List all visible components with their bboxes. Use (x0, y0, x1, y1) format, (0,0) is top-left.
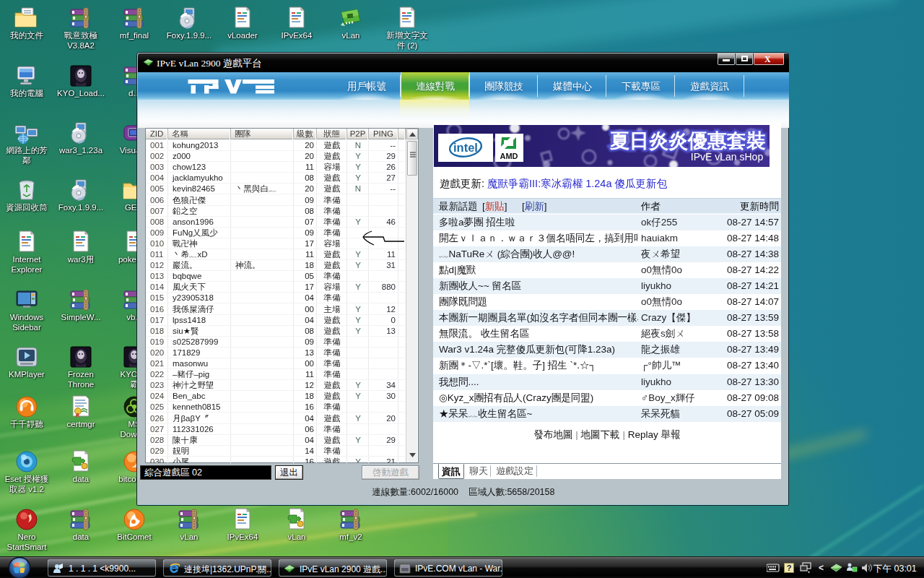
svg-text:IPvE vLan sHop: IPvE vLan sHop (691, 151, 764, 163)
svg-text:夏日炎炎優惠套裝: 夏日炎炎優惠套裝 (609, 130, 766, 152)
svg-text:AMD: AMD (500, 152, 518, 160)
svg-text:intel: intel (453, 141, 478, 154)
